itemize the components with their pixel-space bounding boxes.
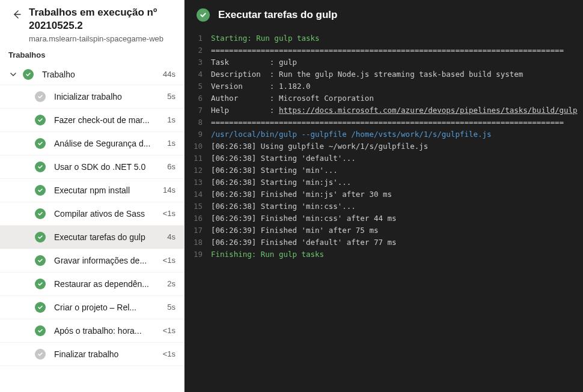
step-row[interactable]: Restaurar as dependên...2s [0, 273, 184, 296]
line-content: ========================================… [211, 116, 583, 128]
log-line: 9/usr/local/bin/gulp --gulpfile /home/vs… [185, 128, 583, 140]
line-number: 4 [185, 68, 211, 80]
step-row[interactable]: Compilar ativos de Sass<1s [0, 202, 184, 226]
job-group-duration: 44s [159, 70, 176, 79]
line-content: [06:26:38] Starting 'default'... [211, 152, 583, 164]
line-content: [06:26:39] Finished 'min:css' after 44 m… [211, 213, 583, 225]
back-button[interactable] [8, 7, 25, 24]
log-line: 16[06:26:39] Finished 'min:css' after 44… [185, 213, 583, 225]
section-label: Trabalhos [0, 48, 184, 64]
step-row[interactable]: Usar o SDK do .NET 5.06s [0, 155, 184, 179]
line-content: Starting: Run gulp tasks [211, 32, 583, 44]
log-title: Executar tarefas do gulp [218, 9, 337, 21]
success-icon [35, 115, 46, 125]
sidebar: Trabalhos em execução nº 20210525.2 mara… [0, 0, 185, 392]
arrow-left-icon [12, 10, 22, 22]
step-label: Após o trabalho: hora... [54, 326, 159, 336]
step-row[interactable]: Após o trabalho: hora...<1s [0, 319, 184, 343]
step-label: Executar npm install [54, 185, 159, 195]
line-number: 8 [185, 116, 211, 128]
log-line: 3Task : gulp [185, 56, 583, 68]
log-line: 7Help : https://docs.microsoft.com/azure… [185, 104, 583, 116]
step-duration: 6s [163, 162, 176, 171]
line-content: Version : 1.182.0 [211, 80, 583, 92]
log-line: 13[06:26:38] Starting 'min:js'... [185, 176, 583, 188]
step-duration: 2s [163, 279, 176, 288]
line-number: 9 [185, 128, 211, 140]
line-content: [06:26:38] Starting 'min:css'... [211, 201, 583, 213]
step-label: Criar o projeto – Rel... [54, 303, 163, 312]
line-number: 1 [185, 32, 211, 44]
line-number: 16 [185, 213, 211, 225]
step-duration: 1s [163, 115, 176, 124]
help-link[interactable]: https://docs.microsoft.com/azure/devops/… [279, 106, 578, 115]
step-row[interactable]: Criar o projeto – Rel...5s [0, 296, 184, 319]
log-output[interactable]: 1Starting: Run gulp tasks2==============… [185, 32, 583, 392]
line-content: [06:26:39] Finished 'default' after 77 m… [211, 237, 583, 249]
success-icon [35, 325, 46, 336]
success-icon [35, 138, 46, 149]
log-line: 4Description : Run the gulp Node.js stre… [185, 68, 583, 80]
log-line: 12[06:26:38] Starting 'min'... [185, 164, 583, 176]
log-line: 2=======================================… [185, 44, 583, 56]
step-row[interactable]: Fazer check-out de mar...1s [0, 109, 184, 132]
line-number: 14 [185, 188, 211, 201]
step-label: Executar tarefas do gulp [54, 232, 163, 242]
log-line: 5Version : 1.182.0 [185, 80, 583, 92]
step-row[interactable]: Executar tarefas do gulp4s [0, 226, 184, 249]
success-icon [35, 185, 46, 196]
step-label: Finalizar trabalho [54, 349, 159, 359]
log-line: 11[06:26:38] Starting 'default'... [185, 152, 583, 164]
success-icon [35, 279, 46, 289]
log-line: 6Author : Microsoft Corporation [185, 92, 583, 104]
step-duration: <1s [159, 209, 176, 218]
line-number: 7 [185, 104, 211, 116]
chevron-down-icon [8, 70, 18, 79]
steps-list: Inicializar trabalho5sFazer check-out de… [0, 85, 184, 366]
step-duration: 5s [163, 92, 176, 101]
step-duration: <1s [159, 256, 176, 265]
line-content: ========================================… [211, 44, 583, 56]
line-number: 6 [185, 92, 211, 104]
help-prefix: Help : [211, 106, 279, 115]
step-duration: <1s [159, 349, 176, 358]
success-icon [197, 8, 210, 22]
step-label: Fazer check-out de mar... [54, 115, 163, 125]
step-row[interactable]: Gravar informações de...<1s [0, 249, 184, 273]
step-label: Restaurar as dependên... [54, 279, 163, 289]
success-icon [35, 302, 46, 313]
line-content: Help : https://docs.microsoft.com/azure/… [211, 104, 583, 116]
line-number: 13 [185, 176, 211, 188]
line-content: /usr/local/bin/gulp --gulpfile /home/vst… [211, 128, 583, 140]
success-icon [35, 161, 46, 172]
line-content: [06:26:38] Finished 'min:js' after 30 ms [211, 188, 583, 201]
success-icon [35, 208, 46, 219]
line-content: [06:26:38] Starting 'min'... [211, 164, 583, 176]
step-duration: <1s [159, 326, 176, 335]
log-line: 18[06:26:39] Finished 'default' after 77… [185, 237, 583, 249]
breadcrumb[interactable]: mara.mslearn-tailspin-spacegame-web [29, 34, 176, 44]
step-row[interactable]: Inicializar trabalho5s [0, 85, 184, 109]
job-group-row[interactable]: Trabalho 44s [0, 64, 184, 85]
sidebar-header: Trabalhos em execução nº 20210525.2 mara… [0, 0, 184, 48]
step-label: Compilar ativos de Sass [54, 209, 159, 219]
line-number: 11 [185, 152, 211, 164]
line-number: 15 [185, 201, 211, 213]
line-content: Description : Run the gulp Node.js strea… [211, 68, 583, 80]
step-row[interactable]: Executar npm install14s [0, 179, 184, 202]
log-line: 17[06:26:39] Finished 'min' after 75 ms [185, 225, 583, 237]
line-number: 12 [185, 164, 211, 176]
step-row[interactable]: Análise de Segurança d...1s [0, 132, 184, 155]
log-panel: Executar tarefas do gulp 1Starting: Run … [185, 0, 583, 392]
step-label: Inicializar trabalho [54, 92, 163, 101]
job-group-label: Trabalho [42, 70, 159, 79]
line-number: 5 [185, 80, 211, 92]
success-icon [23, 69, 34, 80]
step-duration: 4s [163, 232, 176, 241]
step-row[interactable]: Finalizar trabalho<1s [0, 343, 184, 366]
line-content: Task : gulp [211, 56, 583, 68]
step-label: Análise de Segurança d... [54, 139, 163, 148]
neutral-icon [35, 349, 46, 360]
line-number: 10 [185, 140, 211, 152]
line-number: 3 [185, 56, 211, 68]
